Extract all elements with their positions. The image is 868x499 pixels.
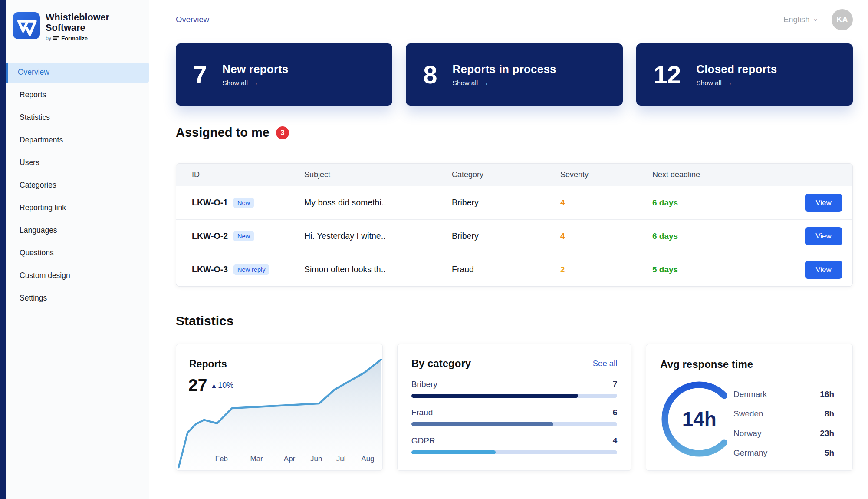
statistics-cards-row: Reports 27 ▲ 10% (176, 344, 853, 471)
see-all-link[interactable]: See all (593, 359, 618, 368)
country-row: Germany 5h (733, 448, 834, 458)
stat-card-in-process[interactable]: 8 Reports in process Show all → (406, 43, 622, 106)
arrow-right-icon: → (482, 79, 489, 87)
response-time-gauge: 14h (660, 380, 738, 458)
country-row: Sweden 8h (733, 409, 834, 419)
whistleblower-logo-icon (13, 12, 40, 39)
col-subject: Subject (304, 164, 452, 186)
severity-value: 2 (560, 265, 565, 274)
view-button[interactable]: View (805, 194, 842, 212)
sidebar-item-departments[interactable]: Departments (6, 130, 149, 150)
stat-card-new-reports[interactable]: 7 New reports Show all → (176, 43, 392, 106)
triangle-up-icon: ▲ (210, 382, 217, 389)
assigned-count-badge: 3 (276, 126, 289, 139)
country-value: 8h (825, 409, 834, 419)
report-id: LKW-O-1 (192, 198, 228, 208)
topbar-right: English ⌄ KA (783, 9, 853, 30)
left-edge-strip (0, 0, 6, 499)
view-button[interactable]: View (805, 227, 842, 245)
dashboard-page: Whistleblower Software by Formalize Over… (0, 0, 868, 499)
show-all-link[interactable]: Show all → (696, 79, 777, 87)
reports-delta-pct: 10% (218, 381, 233, 390)
table-row[interactable]: LKW-O-3New reply Simon often looks th.. … (176, 253, 852, 286)
country-response-list: Denmark 16h Sweden 8h Norway 23h Germany… (733, 390, 834, 468)
report-category: Bribery (452, 186, 560, 219)
stat-card-closed-reports[interactable]: 12 Closed reports Show all → (636, 43, 853, 106)
category-bar-track (411, 450, 618, 454)
category-bar-group: GDPR 4 (411, 436, 618, 454)
show-all-link[interactable]: Show all → (222, 79, 288, 87)
sidebar-item-categories[interactable]: Categories (6, 175, 149, 195)
col-id: ID (176, 164, 304, 186)
show-all-text: Show all (453, 79, 478, 87)
severity-value: 4 (560, 198, 565, 207)
sidebar-item-languages[interactable]: Languages (6, 221, 149, 241)
category-label: GDPR (411, 436, 435, 446)
stat-value: 7 (193, 60, 207, 89)
sidebar-item-overview[interactable]: Overview (6, 63, 149, 83)
country-name: Denmark (733, 390, 767, 399)
view-button[interactable]: View (805, 261, 842, 279)
language-selector[interactable]: English ⌄ (783, 15, 819, 24)
col-actions (796, 164, 852, 186)
report-subject: Hi. Yesterday I witne.. (304, 219, 452, 253)
report-id: LKW-O-3 (192, 264, 228, 274)
sidebar-item-settings[interactable]: Settings (6, 288, 149, 308)
assigned-table: ID Subject Category Severity Next deadli… (176, 164, 852, 286)
x-axis-labels: Feb Mar Apr Jun Jul Aug (176, 455, 382, 464)
by-category-title: By category (411, 357, 471, 370)
country-name: Norway (733, 429, 761, 438)
stat-label: Closed reports (696, 63, 777, 76)
assigned-table-card: ID Subject Category Severity Next deadli… (176, 163, 853, 287)
table-header-row: ID Subject Category Severity Next deadli… (176, 164, 852, 186)
brand-logo-block[interactable]: Whistleblower Software by Formalize (6, 11, 149, 42)
status-badge: New (233, 231, 254, 241)
sidebar-item-users[interactable]: Users (6, 153, 149, 173)
report-category: Bribery (452, 219, 560, 253)
x-label: Jun (310, 455, 322, 463)
report-category: Fraud (452, 253, 560, 286)
country-value: 16h (820, 390, 834, 399)
country-name: Germany (733, 448, 767, 458)
country-name: Sweden (733, 409, 763, 419)
category-label: Bribery (411, 380, 437, 389)
country-value: 23h (820, 429, 834, 438)
col-severity: Severity (560, 164, 652, 186)
avatar[interactable]: KA (832, 9, 853, 30)
sidebar-item-custom-design[interactable]: Custom design (6, 266, 149, 286)
sidebar-item-questions[interactable]: Questions (6, 243, 149, 263)
x-label: Aug (361, 455, 374, 463)
stat-cards-row: 7 New reports Show all → 8 Reports in pr… (176, 43, 853, 106)
main-content: Overview English ⌄ KA 7 New reports Show… (149, 0, 868, 499)
stat-value: 8 (423, 60, 437, 89)
stat-value: 12 (654, 60, 681, 89)
show-all-text: Show all (222, 79, 248, 87)
x-label: Feb (215, 455, 228, 463)
breadcrumb[interactable]: Overview (176, 15, 209, 24)
status-badge: New (233, 198, 254, 208)
sidebar-item-statistics[interactable]: Statistics (6, 108, 149, 128)
formalize-icon (53, 36, 59, 41)
reports-chart-title: Reports (189, 358, 227, 370)
sidebar-menu: Overview Reports Statistics Departments … (6, 63, 149, 308)
sidebar-item-reporting-link[interactable]: Reporting link (6, 198, 149, 218)
table-row[interactable]: LKW-O-2New Hi. Yesterday I witne.. Bribe… (176, 219, 852, 253)
by-category-card: By category See all Bribery 7 Fraud 6 (397, 344, 632, 471)
category-bar-fill (411, 450, 496, 454)
category-bar-group: Bribery 7 (411, 380, 618, 398)
deadline-value: 6 days (652, 198, 678, 207)
deadline-value: 6 days (652, 231, 678, 241)
brand-line2: Software (46, 23, 109, 33)
show-all-link[interactable]: Show all → (453, 79, 556, 87)
category-bar-track (411, 394, 618, 398)
top-bar: Overview English ⌄ KA (176, 0, 853, 39)
avg-response-title: Avg response time (660, 358, 753, 370)
brand-by-text: by (46, 35, 51, 41)
category-bar-fill (411, 394, 578, 398)
table-row[interactable]: LKW-O-1New My boss did somethi.. Bribery… (176, 186, 852, 219)
sidebar-item-reports[interactable]: Reports (6, 85, 149, 105)
arrow-right-icon: → (726, 79, 733, 87)
show-all-text: Show all (696, 79, 722, 87)
avg-response-card: Avg response time 14h (646, 344, 853, 471)
arrow-right-icon: → (252, 79, 259, 87)
